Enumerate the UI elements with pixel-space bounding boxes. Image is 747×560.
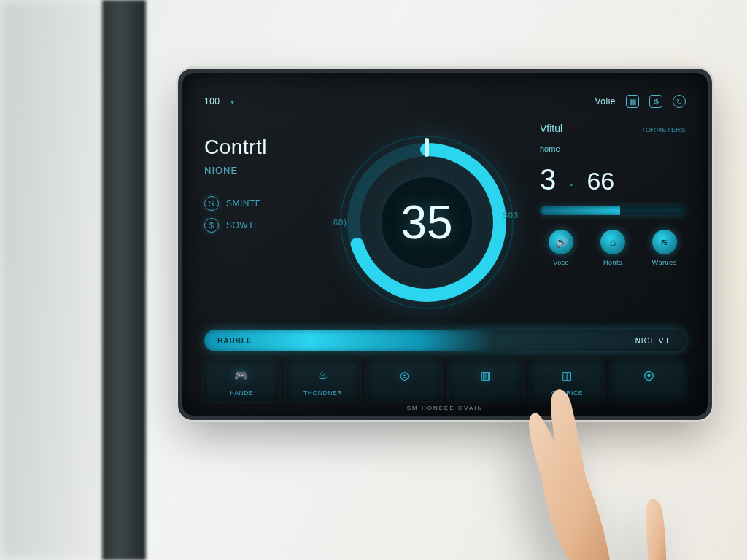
mode-option-sminte[interactable]: S SMINTE: [204, 196, 314, 211]
dock-item-5[interactable]: ◫ ODERICE: [530, 360, 605, 401]
panel-icon: ▥: [476, 366, 495, 385]
right-heading: Vfitul: [540, 122, 562, 134]
thermostat-dial[interactable]: 35 60) S03: [332, 128, 522, 317]
right-column: Vfitul TORMETERS home 3 · 66 🔊 Voce ⌂ Ho…: [540, 118, 686, 327]
sync-icon[interactable]: ↻: [673, 95, 686, 108]
chip-home[interactable]: ⌂ Honts: [592, 230, 635, 266]
chip-waves[interactable]: ≋ Warues: [643, 230, 686, 266]
top-left-readout: 100: [204, 96, 220, 106]
window-icon: ◫: [557, 366, 576, 385]
left-column: Contrtl NIONE S SMINTE $ SOWTE: [204, 118, 314, 327]
grid-icon[interactable]: ▦: [626, 95, 639, 108]
chip-voice[interactable]: 🔊 Voce: [540, 230, 583, 266]
dock-label: THONDNER: [303, 389, 342, 397]
mode-label: SMINTE: [226, 198, 261, 209]
page-title: Contrtl: [204, 136, 314, 159]
right-heading-row: Vfitul TORMETERS: [540, 122, 686, 134]
dock-item-1[interactable]: 🎮 HANDE: [204, 360, 279, 401]
home-icon: ⌂: [600, 230, 625, 254]
mode-option-sowte[interactable]: $ SOWTE: [204, 218, 314, 233]
navpill-left-label: HAUBLE: [217, 337, 252, 345]
page-subtitle: NIONE: [204, 165, 314, 176]
dock-item-3[interactable]: ◎: [367, 360, 441, 401]
level-slider[interactable]: [540, 206, 686, 215]
main-grid: Contrtl NIONE S SMINTE $ SOWTE 35: [204, 118, 686, 327]
mode-label: SOWTE: [226, 220, 260, 230]
quick-chips: 🔊 Voce ⌂ Honts ≋ Warues: [540, 230, 686, 266]
right-rowlabel: home: [540, 144, 686, 153]
center-column: 35 60) S03: [327, 118, 527, 327]
chip-label: Warues: [652, 259, 677, 266]
top-right-label: Volie: [595, 96, 616, 106]
dock-item-4[interactable]: ▥: [449, 360, 523, 401]
right-subheading: TORMETERS: [641, 126, 686, 133]
navpill-right-label: NIGE V E: [635, 337, 673, 345]
dial-left-tick: 60): [333, 218, 347, 227]
chip-label: Honts: [603, 259, 622, 266]
dock-item-6[interactable]: ⦿: [611, 360, 686, 401]
top-bar: 100 ▾ Volie ▦ ⚙ ↻: [204, 92, 686, 111]
mode-icon: S: [204, 196, 219, 211]
controller-icon: 🎮: [232, 366, 251, 385]
stat-separator: ·: [569, 175, 573, 194]
stat-secondary: 66: [587, 167, 614, 195]
target-icon: ◎: [395, 366, 414, 385]
dial-right-tick: S03: [502, 211, 519, 219]
waves-icon: ≋: [652, 230, 677, 254]
smart-panel-device: 100 ▾ Volie ▦ ⚙ ↻ Contrtl NIONE S SMINTE…: [182, 73, 708, 416]
chevron-down-icon[interactable]: ▾: [231, 98, 234, 106]
speaker-icon: 🔊: [549, 230, 573, 254]
mode-nav-pill[interactable]: HAUBLE NIGE V E: [204, 330, 686, 351]
record-icon: ⦿: [639, 366, 658, 385]
mode-icon: $: [204, 218, 219, 233]
dock-item-2[interactable]: ♨ THONDNER: [286, 360, 360, 401]
background-pillar: [102, 0, 146, 560]
stat-primary: 3: [540, 163, 556, 196]
stat-numbers: 3 · 66: [540, 163, 686, 196]
chip-label: Voce: [553, 259, 569, 266]
device-brand-label: SM HONEEE OVAIN: [407, 405, 484, 411]
bottom-dock: 🎮 HANDE ♨ THONDNER ◎ ▥ ◫ ODERICE ⦿: [204, 360, 686, 401]
dock-label: ODERICE: [551, 389, 583, 397]
dial-value: 35: [332, 128, 522, 317]
heat-icon: ♨: [313, 366, 332, 385]
settings-icon[interactable]: ⚙: [649, 95, 662, 108]
dock-label: HANDE: [229, 389, 253, 397]
